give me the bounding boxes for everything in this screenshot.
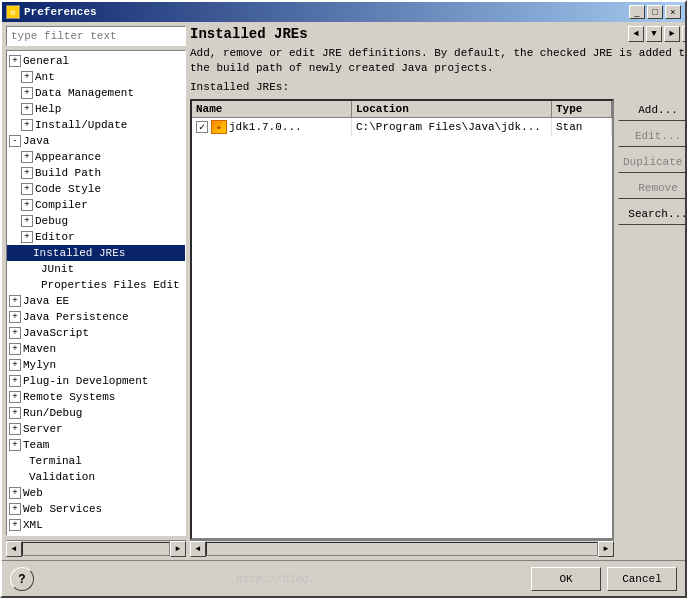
expand-rs-icon[interactable]: + xyxy=(9,391,21,403)
ok-button[interactable]: OK xyxy=(531,567,601,591)
expand-rd-icon[interactable]: + xyxy=(9,407,21,419)
sidebar-item-java-persistence[interactable]: + Java Persistence xyxy=(7,309,185,325)
sidebar-item-build-path[interactable]: + Build Path xyxy=(7,165,185,181)
scroll-right-table-arrow[interactable]: ► xyxy=(598,541,614,557)
sidebar-item-javascript[interactable]: + JavaScript xyxy=(7,325,185,341)
expand-compiler-icon[interactable]: + xyxy=(21,199,33,211)
sidebar-item-ant[interactable]: + Ant xyxy=(7,69,185,85)
sidebar-item-installed-jres[interactable]: Installed JREs xyxy=(7,245,185,261)
expand-javaee-icon[interactable]: + xyxy=(9,295,21,307)
sidebar-item-java-ee[interactable]: + Java EE xyxy=(7,293,185,309)
sidebar-item-label: XML xyxy=(23,519,43,531)
sidebar-item-label: Install/Update xyxy=(35,119,127,131)
sidebar-item-web-services[interactable]: + Web Services xyxy=(7,501,185,517)
scroll-left-arrow[interactable]: ◄ xyxy=(6,541,22,557)
sidebar-item-label: Java EE xyxy=(23,295,69,307)
expand-debug-icon[interactable]: + xyxy=(21,215,33,227)
sidebar-item-label: Code Style xyxy=(35,183,101,195)
sidebar-item-java[interactable]: - Java xyxy=(7,133,185,149)
table-scrollbar: ◄ ► xyxy=(190,540,614,556)
expand-plugin-icon[interactable]: + xyxy=(9,375,21,387)
expand-maven-icon[interactable]: + xyxy=(9,343,21,355)
sidebar-item-properties[interactable]: Properties Files Edit xyxy=(7,277,185,293)
sidebar-item-compiler[interactable]: + Compiler xyxy=(7,197,185,213)
dropdown-button[interactable]: ▼ xyxy=(646,26,662,42)
sidebar-item-label: Web xyxy=(23,487,43,499)
sidebar-item-help[interactable]: + Help xyxy=(7,101,185,117)
expand-server-icon[interactable]: + xyxy=(9,423,21,435)
window-content: + General + Ant + Data Management xyxy=(2,22,685,596)
expand-help-icon[interactable]: + xyxy=(21,103,33,115)
sidebar-item-validation[interactable]: Validation xyxy=(7,469,185,485)
sidebar-item-plugin-dev[interactable]: + Plug-in Development xyxy=(7,373,185,389)
sidebar-item-label: Team xyxy=(23,439,49,451)
expand-jp-icon[interactable]: + xyxy=(9,311,21,323)
expand-mylyn-icon[interactable]: + xyxy=(9,359,21,371)
sidebar-item-maven[interactable]: + Maven xyxy=(7,341,185,357)
sidebar-item-terminal[interactable]: Terminal xyxy=(7,453,185,469)
expand-java-icon[interactable]: - xyxy=(9,135,21,147)
add-button[interactable]: Add... xyxy=(618,99,685,121)
sidebar-item-team[interactable]: + Team xyxy=(7,437,185,453)
expand-dm-icon[interactable]: + xyxy=(21,87,33,99)
more-button[interactable]: ▼ xyxy=(682,26,685,42)
sidebar-item-debug[interactable]: + Debug xyxy=(7,213,185,229)
scroll-right-arrow[interactable]: ► xyxy=(170,541,186,557)
filter-input[interactable] xyxy=(6,26,186,46)
col-header-type[interactable]: Type xyxy=(552,101,612,117)
expand-ant-icon[interactable]: + xyxy=(21,71,33,83)
table-header: Name Location Type xyxy=(192,101,612,118)
remove-button[interactable]: Remove xyxy=(618,177,685,199)
expand-ws-icon[interactable]: + xyxy=(9,503,21,515)
jre-checkbox[interactable]: ✓ xyxy=(196,121,208,133)
expand-editor-icon[interactable]: + xyxy=(21,231,33,243)
close-button[interactable]: × xyxy=(665,5,681,19)
scroll-track-left xyxy=(22,542,170,556)
expand-appearance-icon[interactable]: + xyxy=(21,151,33,163)
minimize-button[interactable]: _ xyxy=(629,5,645,19)
sidebar-item-run-debug[interactable]: + Run/Debug xyxy=(7,405,185,421)
sidebar-item-label: Compiler xyxy=(35,199,88,211)
sidebar-item-web[interactable]: + Web xyxy=(7,485,185,501)
sidebar-item-data-management[interactable]: + Data Management xyxy=(7,85,185,101)
sidebar-item-editor[interactable]: + Editor xyxy=(7,229,185,245)
sidebar-item-label: Web Services xyxy=(23,503,102,515)
forward-button[interactable]: ► xyxy=(664,26,680,42)
panel-header: Installed JREs ◄ ▼ ► ▼ xyxy=(190,26,685,42)
expand-general-icon[interactable]: + xyxy=(9,55,21,67)
expand-js-icon[interactable]: + xyxy=(9,327,21,339)
expand-team-icon[interactable]: + xyxy=(9,439,21,451)
sidebar-item-mylyn[interactable]: + Mylyn xyxy=(7,357,185,373)
duplicate-button[interactable]: Duplicate... xyxy=(618,151,685,173)
sidebar-item-label: Plug-in Development xyxy=(23,375,148,387)
search-button[interactable]: Search... xyxy=(618,203,685,225)
sidebar-item-code-style[interactable]: + Code Style xyxy=(7,181,185,197)
sidebar-item-general[interactable]: + General xyxy=(7,53,185,69)
scroll-left-table-arrow[interactable]: ◄ xyxy=(190,541,206,557)
sidebar-item-label: Properties Files Edit xyxy=(41,279,180,291)
sidebar-item-label: Validation xyxy=(29,471,95,483)
expand-web-icon[interactable]: + xyxy=(9,487,21,499)
sidebar-item-remote-systems[interactable]: + Remote Systems xyxy=(7,389,185,405)
cancel-button[interactable]: Cancel xyxy=(607,567,677,591)
title-bar: ⚙ Preferences _ □ × xyxy=(2,2,685,22)
window-icon: ⚙ xyxy=(6,5,20,19)
sidebar-item-label: Mylyn xyxy=(23,359,56,371)
sidebar-item-install-update[interactable]: + Install/Update xyxy=(7,117,185,133)
expand-codestyle-icon[interactable]: + xyxy=(21,183,33,195)
expand-install-icon[interactable]: + xyxy=(21,119,33,131)
sidebar-item-label: Installed JREs xyxy=(33,247,125,259)
col-header-location[interactable]: Location xyxy=(352,101,552,117)
expand-buildpath-icon[interactable]: + xyxy=(21,167,33,179)
edit-button[interactable]: Edit... xyxy=(618,125,685,147)
sidebar-item-junit[interactable]: JUnit xyxy=(7,261,185,277)
sidebar-item-xml[interactable]: + XML xyxy=(7,517,185,533)
sidebar-item-server[interactable]: + Server xyxy=(7,421,185,437)
expand-xml-icon[interactable]: + xyxy=(9,519,21,531)
help-button[interactable]: ? xyxy=(10,567,34,591)
maximize-button[interactable]: □ xyxy=(647,5,663,19)
sidebar-item-appearance[interactable]: + Appearance xyxy=(7,149,185,165)
back-button[interactable]: ◄ xyxy=(628,26,644,42)
table-row[interactable]: ✓ ☕ jdk1.7.0... C:\Program Files\Java\jd… xyxy=(192,118,612,136)
col-header-name[interactable]: Name xyxy=(192,101,352,117)
